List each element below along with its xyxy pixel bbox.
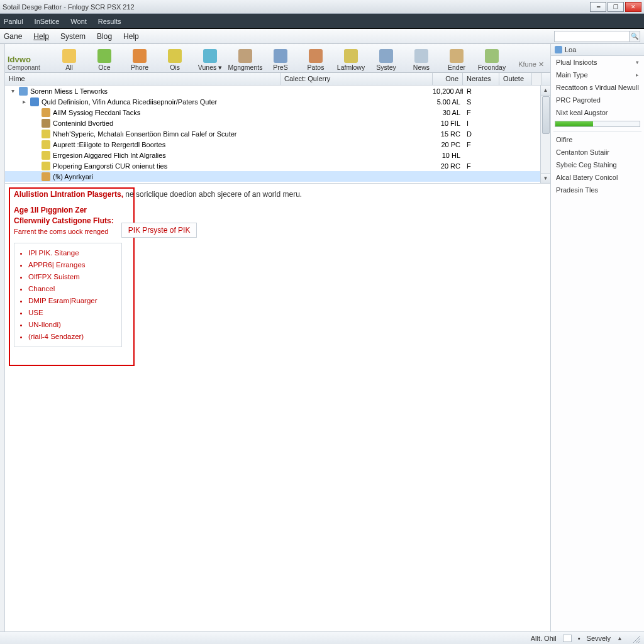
side-item[interactable]: PRC Pagroted <box>551 94 644 106</box>
toolbar-phore[interactable]: Phore <box>122 45 157 71</box>
list-item: Chancel <box>28 283 118 295</box>
app-logo: Idvwo Cemponant <box>8 45 52 71</box>
side-item[interactable]: Nixt keal Augstor <box>551 106 644 119</box>
scroll-down-icon[interactable]: ▼ <box>541 173 550 183</box>
chevron-down-icon: ▾ <box>636 57 639 67</box>
list-item: UN-Ilondi) <box>28 319 118 331</box>
row-name: (!k) Aynrkyari <box>53 173 93 180</box>
side-item[interactable]: Alcal Batery Conicol <box>551 171 644 184</box>
list-item: APPR6| Erranges <box>28 259 118 271</box>
chevron-up-icon[interactable]: ▲ <box>617 635 623 641</box>
status-text: Allt. Ohil <box>531 635 557 642</box>
results-grid: Hime Calect: Qulerry One Nerates Outete … <box>5 73 550 184</box>
toolbar-systey[interactable]: Systey <box>369 45 404 71</box>
toolbar-all[interactable]: All <box>52 45 87 71</box>
list-item: DMIP Esram|Ruarger <box>28 295 118 307</box>
table-row[interactable]: ▸Quld Definision, Vifin Adunca Ricediise… <box>5 96 550 107</box>
toolbar-vunes[interactable]: Vunes ▾ <box>192 45 228 71</box>
side-panel-header[interactable]: Loa <box>551 44 644 56</box>
menu-item[interactable]: Help <box>33 32 49 41</box>
scroll-thumb[interactable] <box>542 96 550 134</box>
expand-icon[interactable]: ▸ <box>20 98 28 105</box>
table-row[interactable]: (!k) Aynrkyari <box>5 171 550 182</box>
detail-action-button[interactable]: PIK Prsyste of PIK <box>121 223 197 238</box>
toolbar-ois[interactable]: Ois <box>157 45 192 71</box>
table-row[interactable]: ▾Sorenn Miess L Terworks10,200 AflR <box>5 86 550 96</box>
app-top-menu: Panlul InSetice Wont Results <box>0 14 644 29</box>
detail-sub1: Age 1Il Pıggnion Zer <box>14 205 114 216</box>
toolbar-oce[interactable]: Oce <box>87 45 122 71</box>
grid-header-name[interactable]: Hime <box>5 73 280 85</box>
side-item[interactable]: Recattoon s Virdual Newull <box>551 81 644 94</box>
node-icon <box>42 140 50 149</box>
folder-icon <box>62 49 76 63</box>
phone-icon <box>133 49 147 63</box>
drop-icon <box>203 49 217 63</box>
window-title: Sotail Desge Fattor - Fnlogy SCR PSX 212 <box>3 3 135 11</box>
grid-scrollbar[interactable]: ▲ ▼ <box>540 86 550 183</box>
table-row[interactable]: AiIM Syssiog Flecdani Tacks30 ALF <box>5 107 550 118</box>
toolbar-ender[interactable]: Ender <box>439 45 474 71</box>
node-icon <box>42 108 50 117</box>
news-icon <box>414 49 428 63</box>
resize-grip-icon[interactable] <box>631 634 640 643</box>
node-icon <box>42 162 50 170</box>
window-minimize-button[interactable]: ━ <box>590 2 606 12</box>
row-name: AiIM Syssiog Flecdani Tacks <box>53 109 140 116</box>
grid-header-nerates[interactable]: Nerates <box>463 73 499 85</box>
scroll-up-icon[interactable]: ▲ <box>541 86 550 96</box>
status-text: Sevvely <box>587 635 611 642</box>
toolbar-patos[interactable]: Patos <box>298 45 333 71</box>
table-row[interactable]: Nheh'Syperic, Mchatalı Eonsertöon Bimn c… <box>5 128 550 139</box>
top-menu-item[interactable]: Panlul <box>4 18 23 25</box>
side-item[interactable]: Sybeic Ceg Stahing <box>551 158 644 171</box>
toolbar-froonday[interactable]: Froonday <box>474 45 509 71</box>
top-menu-item[interactable]: Results <box>98 18 121 25</box>
table-row[interactable]: Plopering Eangorsti CUR onienut ties20 R… <box>5 160 550 171</box>
menu-item[interactable]: System <box>60 32 86 41</box>
detail-list: IPl PIK. SitangeAPPR6| ErrangesOlfFPX Su… <box>14 243 122 347</box>
top-menu-item[interactable]: InSetice <box>35 18 60 25</box>
grid-header-one[interactable]: One <box>433 73 463 85</box>
node-icon <box>42 119 50 128</box>
caret-icon: ▸ <box>636 70 639 80</box>
side-item[interactable]: Pradesin Tles <box>551 184 644 196</box>
menu-item[interactable]: Help <box>123 32 139 41</box>
monitor-icon <box>379 49 393 63</box>
window-maximize-button[interactable]: ❐ <box>608 2 624 12</box>
row-name: Sorenn Miess L Terworks <box>30 87 108 95</box>
node-icon <box>42 172 50 181</box>
row-name: Auprett :Eiiigote to Rergertdl Boortes <box>53 141 165 148</box>
panel-icon <box>555 46 562 53</box>
toolbar-mgngments[interactable]: Mgngments <box>228 45 263 71</box>
panel-close-button[interactable]: Kfune ✕ <box>518 60 544 69</box>
side-item[interactable]: Centanton Sutaiir <box>551 146 644 158</box>
node-icon <box>19 87 28 96</box>
toolbar-pres[interactable]: PreS <box>263 45 298 71</box>
toolbar-news[interactable]: News <box>404 45 439 71</box>
top-menu-item[interactable]: Wont <box>70 18 86 25</box>
leaf-icon <box>97 49 111 63</box>
row-name: Quld Definision, Vifin Adunca Ricediisep… <box>42 98 217 106</box>
search-input[interactable] <box>554 31 630 42</box>
document-icon <box>274 49 287 63</box>
side-insioots[interactable]: Plual Insioots▾ <box>551 56 644 69</box>
side-item[interactable]: Olfire <box>551 133 644 146</box>
menu-item[interactable]: Blog <box>97 32 112 41</box>
expand-icon[interactable]: ▾ <box>9 87 16 94</box>
flow-icon <box>344 49 358 63</box>
side-main-type[interactable]: Main Type▸ <box>551 69 644 81</box>
search-button[interactable]: 🔍 <box>629 31 640 42</box>
menu-bar: Gane Help System Blog Help 🔍 <box>0 29 644 44</box>
node-icon <box>42 130 50 138</box>
grid-header-outete[interactable]: Outete <box>499 73 532 85</box>
table-row[interactable]: Conteninld Bvortied10 FILI <box>5 118 550 128</box>
grid-header-calect[interactable]: Calect: Qulerry <box>280 73 433 85</box>
window-close-button[interactable]: ✕ <box>625 2 641 12</box>
toolbar-lafmlowy[interactable]: Lafmlowy <box>333 45 369 71</box>
table-row[interactable]: Errgesion Aiggared Flich Int Algralies10… <box>5 150 550 160</box>
left-gutter <box>0 44 5 631</box>
side-panel: Loa Plual Insioots▾ Main Type▸ Recattoon… <box>551 44 644 631</box>
menu-item[interactable]: Gane <box>4 32 22 41</box>
table-row[interactable]: Auprett :Eiiigote to Rergertdl Boortes20… <box>5 139 550 150</box>
